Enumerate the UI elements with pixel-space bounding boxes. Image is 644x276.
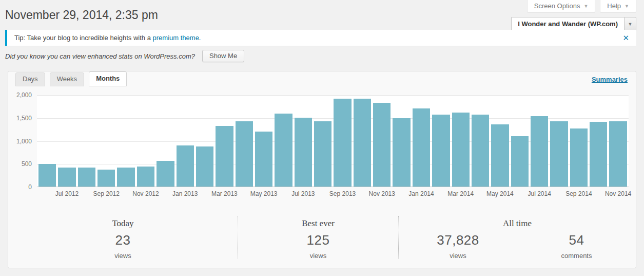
bar-slot [431, 96, 451, 187]
bar-oct-2013[interactable] [354, 99, 371, 187]
y-tick-label: 500 [22, 160, 32, 168]
bar-may-2014[interactable] [491, 124, 509, 187]
bar-slot: Nov 2012 [136, 96, 155, 187]
x-tick-label: May 2014 [486, 190, 514, 197]
bar-dec-2013[interactable] [393, 118, 410, 187]
bar-slot [116, 96, 135, 187]
tip-text: Tip: Take your blog to incredible height… [14, 34, 201, 42]
stat-value: 125 [238, 232, 398, 248]
bar-apr-2013[interactable] [236, 121, 253, 187]
stat-best-ever: Best ever 125 views [238, 216, 398, 259]
x-tick-label: Jan 2014 [408, 190, 434, 197]
bar-aug-2014[interactable] [550, 121, 568, 187]
bar-apr-2014[interactable] [472, 115, 489, 187]
screen-options-button[interactable]: Screen Options ▼ [527, 0, 596, 13]
bar-slot [471, 96, 490, 187]
all-time-views: 37,828 views [399, 229, 517, 260]
x-tick-label: Mar 2014 [447, 190, 474, 197]
bar-jul-2012[interactable] [58, 168, 75, 187]
enhanced-stats-notice: Did you know you can view enhanced stats… [5, 50, 244, 62]
bar-jun-2013[interactable] [275, 114, 292, 187]
bar-slot: May 2014 [490, 96, 510, 187]
bar-slot: Jul 2014 [530, 96, 549, 187]
bar-may-2013[interactable] [255, 132, 272, 187]
bar-oct-2014[interactable] [590, 122, 607, 187]
stat-all-time: All time 37,828 views 54 comments [398, 216, 636, 259]
bar-jun-2012[interactable] [38, 164, 56, 187]
blog-switcher: I Wonder and Wander (WP.com) ▼ [511, 17, 636, 31]
blog-switcher-dropdown-button[interactable]: ▼ [624, 17, 636, 31]
bar-nov-2014[interactable] [609, 121, 627, 187]
tab-months[interactable]: Months [89, 71, 127, 86]
bar-feb-2014[interactable] [432, 115, 450, 187]
bar-sep-2013[interactable] [334, 99, 351, 187]
y-tick-label: 1,500 [16, 115, 32, 122]
bar-jul-2013[interactable] [295, 118, 312, 187]
bar-nov-2013[interactable] [373, 103, 391, 187]
tab-days[interactable]: Days [15, 72, 45, 86]
bar-sep-2012[interactable] [97, 170, 115, 187]
premium-theme-link[interactable]: premium theme [153, 34, 199, 42]
chart-period-tabs: Days Weeks Months [15, 72, 127, 86]
bar-slot: Nov 2014 [608, 96, 628, 187]
stat-title: All time [399, 218, 636, 229]
bar-sep-2014[interactable] [570, 128, 588, 187]
stat-label: views [399, 252, 517, 260]
bar-jun-2014[interactable] [511, 136, 529, 187]
bar-slot: Mar 2014 [451, 96, 471, 187]
bar-jan-2014[interactable] [413, 108, 430, 187]
bar-slot: Nov 2013 [372, 96, 392, 187]
summaries-link[interactable]: Summaries [592, 76, 628, 83]
plot-area: Jul 2012Sep 2012Nov 2012Jan 2013Mar 2013… [37, 95, 629, 187]
x-tick-label: Jan 2013 [172, 190, 198, 197]
bar-slot: Jul 2012 [57, 96, 76, 187]
chevron-down-icon: ▼ [583, 4, 588, 9]
y-tick-label: 2,000 [16, 91, 32, 99]
y-axis: 2,0001,5001,0005000 [13, 95, 32, 187]
x-tick-label: Nov 2012 [132, 190, 159, 197]
bar-aug-2012[interactable] [78, 168, 95, 187]
views-bar-chart: 2,0001,5001,0005000 Jul 2012Sep 2012Nov … [13, 95, 629, 198]
bar-slot: Jul 2013 [294, 96, 313, 187]
bar-slot: Jan 2014 [412, 96, 431, 187]
stat-value: 23 [8, 232, 238, 248]
stat-label: views [238, 252, 398, 260]
bar-slot [392, 96, 411, 187]
tab-weeks[interactable]: Weeks [50, 72, 85, 86]
notice-text: Did you know you can view enhanced stats… [5, 52, 195, 60]
stat-value: 37,828 [399, 232, 517, 248]
stat-label: comments [517, 252, 636, 260]
blog-switcher-value[interactable]: I Wonder and Wander (WP.com) [511, 17, 624, 31]
bar-slot [77, 96, 96, 187]
page-title: November 29, 2014, 2:35 pm [5, 8, 158, 23]
y-tick-label: 0 [28, 183, 32, 191]
x-tick-label: Nov 2013 [369, 190, 395, 197]
bar-mar-2014[interactable] [452, 113, 470, 187]
show-me-button[interactable]: Show Me [202, 50, 244, 62]
bar-slot [353, 96, 372, 187]
chevron-down-icon: ▼ [625, 4, 629, 9]
x-tick-label: Mar 2013 [211, 190, 238, 197]
bar-slot [37, 96, 57, 187]
bar-jan-2013[interactable] [177, 145, 194, 187]
bar-aug-2013[interactable] [314, 121, 331, 187]
tip-banner: Tip: Take your blog to incredible height… [5, 30, 636, 46]
bar-nov-2012[interactable] [137, 167, 154, 187]
bar-jul-2014[interactable] [531, 116, 548, 187]
plot-bars: Jul 2012Sep 2012Nov 2012Jan 2013Mar 2013… [37, 96, 628, 187]
x-tick-label: Jul 2013 [291, 190, 315, 197]
bar-slot [549, 96, 569, 187]
bar-feb-2013[interactable] [196, 146, 213, 187]
bar-slot [313, 96, 333, 187]
x-tick-label: Sep 2012 [93, 190, 120, 197]
close-icon[interactable]: ✕ [622, 34, 629, 42]
bar-oct-2012[interactable] [117, 168, 134, 187]
summary-stats-row: Today 23 views Best ever 125 views All t… [8, 216, 636, 259]
stat-title: Today [8, 218, 238, 229]
bar-dec-2012[interactable] [157, 161, 174, 187]
y-tick-label: 1,000 [16, 138, 32, 145]
bar-mar-2013[interactable] [216, 126, 233, 187]
chevron-down-icon: ▼ [628, 22, 633, 27]
admin-top-tabs: Screen Options ▼ Help ▼ [527, 0, 636, 13]
help-button[interactable]: Help ▼ [600, 0, 636, 13]
